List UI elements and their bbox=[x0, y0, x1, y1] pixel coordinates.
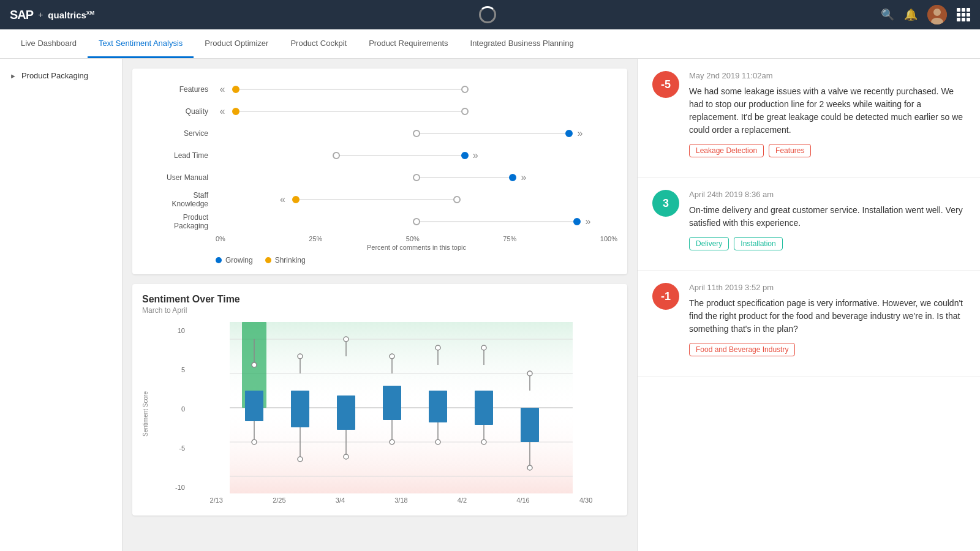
y-axis-label: Sentiment Score bbox=[142, 391, 149, 437]
xaxis-100: 100% bbox=[600, 235, 617, 242]
sidebar-item-label: Product Packaging bbox=[21, 71, 88, 80]
dot-track-features: « bbox=[216, 78, 617, 100]
dot-label-quality: Quality bbox=[142, 107, 216, 116]
review-header-3: -1 April 11th 2019 3:52 pm The product s… bbox=[652, 283, 965, 356]
svg-point-19 bbox=[298, 457, 303, 462]
review-meta-3: April 11th 2019 3:52 pm The product spec… bbox=[689, 283, 965, 356]
dot-plot-xlabel: Percent of comments in this topic bbox=[216, 244, 617, 251]
dot-label-staff-knowledge: StaffKnowledge bbox=[142, 191, 216, 209]
tab-text-sentiment[interactable]: Text Sentiment Analysis bbox=[88, 30, 194, 58]
legend-growing-label: Growing bbox=[225, 256, 253, 264]
content-area: Features « Quality bbox=[123, 59, 980, 551]
xaxis-50: 50% bbox=[406, 235, 420, 242]
dot-plot-row-product-packaging: ProductPackaging » bbox=[142, 211, 617, 233]
svg-point-24 bbox=[344, 454, 349, 459]
dot-track-staff-knowledge: « bbox=[216, 189, 617, 211]
svg-point-23 bbox=[344, 337, 349, 342]
y-axis-values: 10 5 0 -5 -10 bbox=[167, 322, 185, 506]
svg-rect-16 bbox=[291, 391, 309, 427]
dot-track-quality: « bbox=[216, 100, 617, 122]
loading-indicator bbox=[479, 6, 496, 23]
xaxis-416: 4/16 bbox=[516, 497, 529, 504]
svg-point-43 bbox=[527, 371, 532, 376]
svg-point-28 bbox=[390, 354, 394, 359]
review-tag-installation[interactable]: Installation bbox=[734, 237, 782, 250]
qualtrics-logo: qualtricsXM bbox=[48, 10, 94, 20]
review-date-3: April 11th 2019 3:52 pm bbox=[689, 283, 965, 292]
review-date-2: April 24th 2019 8:36 am bbox=[689, 190, 965, 199]
dot-track-product-packaging: » bbox=[216, 211, 617, 233]
svg-point-33 bbox=[435, 345, 440, 350]
xaxis-430: 4/30 bbox=[579, 497, 592, 504]
tab-product-cockpit[interactable]: Product Cockpit bbox=[279, 30, 358, 58]
legend-growing: Growing bbox=[216, 256, 253, 264]
svg-rect-21 bbox=[337, 395, 355, 430]
tab-live-dashboard[interactable]: Live Dashboard bbox=[10, 30, 88, 58]
svg-point-44 bbox=[527, 465, 532, 470]
review-tag-delivery[interactable]: Delivery bbox=[689, 237, 729, 250]
dot-plot-legend: Growing Shrinking bbox=[216, 256, 617, 264]
sentiment-chart-title: Sentiment Over Time bbox=[142, 294, 617, 305]
dot-plot-row-staff-knowledge: StaffKnowledge « bbox=[142, 189, 617, 211]
tab-product-optimizer[interactable]: Product Optimizer bbox=[194, 30, 279, 58]
review-date-1: May 2nd 2019 11:02am bbox=[689, 71, 965, 80]
dot-label-product-packaging: ProductPackaging bbox=[142, 213, 216, 231]
review-text-1: We had some leakage issues with a valve … bbox=[689, 85, 965, 137]
y-axis-label-area: Sentiment Score bbox=[142, 322, 167, 506]
dot-label-lead-time: Lead Time bbox=[142, 151, 216, 160]
search-icon[interactable]: 🔍 bbox=[881, 8, 894, 21]
sidebar-item-product-packaging[interactable]: ► Product Packaging bbox=[0, 66, 122, 85]
review-score-3: -1 bbox=[652, 283, 679, 310]
sentiment-xaxis: 2/13 2/25 3/4 3/18 4/2 4/16 4/30 bbox=[185, 497, 617, 504]
review-score-2: 3 bbox=[652, 190, 679, 217]
svg-point-14 bbox=[252, 440, 257, 444]
xaxis-75: 75% bbox=[503, 235, 516, 242]
tab-product-requirements[interactable]: Product Requirements bbox=[358, 30, 459, 58]
dot-label-user-manual: User Manual bbox=[142, 173, 216, 182]
y-neg10: -10 bbox=[175, 484, 185, 491]
dot-label-features: Features bbox=[142, 85, 216, 94]
dot-track-lead-time: » bbox=[216, 144, 617, 167]
charts-panel: Features « Quality bbox=[123, 59, 637, 551]
svg-rect-41 bbox=[521, 408, 539, 442]
svg-rect-11 bbox=[245, 391, 263, 421]
review-tags-1: Leakage Detection Features bbox=[689, 144, 965, 157]
xaxis-42: 4/2 bbox=[458, 497, 467, 504]
review-tag-food-beverage[interactable]: Food and Beverage Industry bbox=[689, 343, 795, 356]
xaxis-34: 3/4 bbox=[336, 497, 345, 504]
dot-plot-container: Features « Quality bbox=[142, 78, 617, 264]
review-score-1: -5 bbox=[652, 71, 679, 98]
svg-rect-36 bbox=[475, 391, 493, 425]
review-tag-leakage[interactable]: Leakage Detection bbox=[689, 144, 764, 157]
review-meta-2: April 24th 2019 8:36 am On-time delivery… bbox=[689, 190, 965, 250]
legend-shrinking-dot bbox=[265, 257, 271, 263]
brand-area: SAP + qualtricsXM bbox=[10, 8, 94, 22]
dot-track-user-manual: » bbox=[216, 167, 617, 189]
app-grid-icon[interactable] bbox=[957, 8, 970, 21]
dot-track-service: » bbox=[216, 122, 617, 144]
sentiment-svg-container: 2/13 2/25 3/4 3/18 4/2 4/16 4/30 bbox=[185, 322, 617, 506]
review-tag-features[interactable]: Features bbox=[769, 144, 811, 157]
dot-plot-row-lead-time: Lead Time » bbox=[142, 144, 617, 167]
dot-plot-xaxis: 0% 25% 50% 75% 100% bbox=[216, 233, 617, 242]
review-tags-3: Food and Beverage Industry bbox=[689, 343, 965, 356]
review-card-2: 3 April 24th 2019 8:36 am On-time delive… bbox=[638, 178, 980, 271]
reviews-panel: -5 May 2nd 2019 11:02am We had some leak… bbox=[637, 59, 980, 551]
review-text-3: The product specification page is very i… bbox=[689, 297, 965, 335]
xaxis-0: 0% bbox=[216, 235, 225, 242]
chevron-right-icon: ► bbox=[10, 72, 17, 80]
notifications-icon[interactable]: 🔔 bbox=[904, 8, 918, 21]
svg-point-1 bbox=[933, 9, 941, 16]
top-bar-actions: 🔍 🔔 bbox=[881, 5, 970, 24]
xaxis-25: 25% bbox=[309, 235, 322, 242]
sentiment-chart-area: Sentiment Score 10 5 0 -5 -10 bbox=[142, 322, 617, 506]
dot-plot-row-quality: Quality « bbox=[142, 100, 617, 122]
tab-integrated-business[interactable]: Integrated Business Planning bbox=[459, 30, 585, 58]
user-avatar[interactable] bbox=[927, 5, 947, 24]
svg-rect-26 bbox=[383, 386, 401, 420]
dot-plot-card: Features « Quality bbox=[132, 69, 627, 274]
sentiment-chart-card: Sentiment Over Time March to April Senti… bbox=[132, 284, 627, 515]
dot-plot-row-service: Service » bbox=[142, 122, 617, 144]
review-tags-2: Delivery Installation bbox=[689, 237, 965, 250]
svg-point-13 bbox=[252, 362, 257, 367]
